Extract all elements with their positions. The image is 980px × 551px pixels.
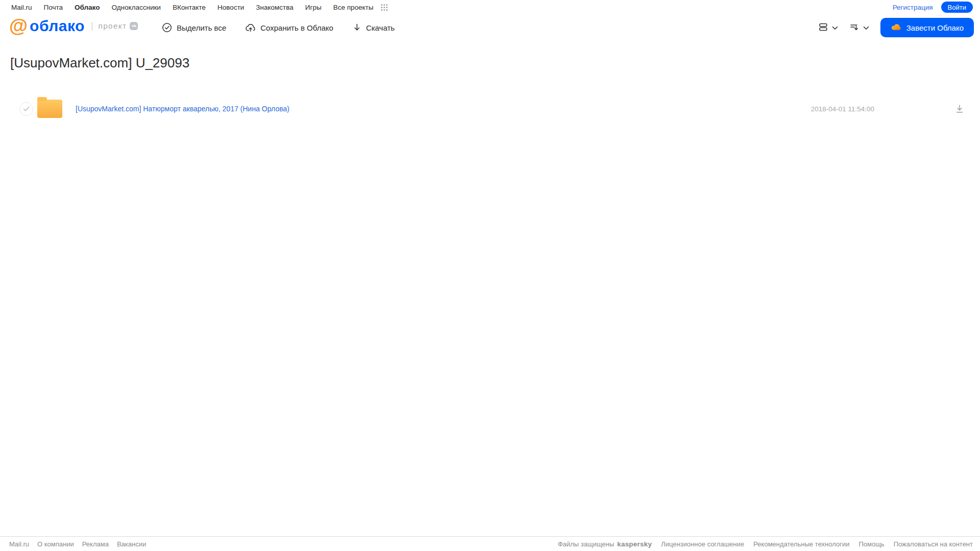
files-protected-label: Файлы защищены (558, 540, 614, 548)
login-button[interactable]: Войти (941, 2, 973, 13)
download-arrow-icon (352, 23, 362, 32)
topbar-auth: Регистрация Войти (893, 2, 973, 13)
registration-link[interactable]: Регистрация (893, 4, 933, 11)
footer-left-links: Mail.ru О компании Реклама Вакансии (9, 540, 146, 548)
topbar-link-odnoklassniki[interactable]: Одноклассники (111, 4, 160, 11)
footer-link-recommendations[interactable]: Рекомендательные технологии (753, 540, 849, 548)
kaspersky-protection: Файлы защищены kaspersky (558, 540, 652, 548)
logo-divider: | (91, 20, 93, 31)
check-icon (23, 106, 30, 112)
file-row[interactable]: [UsupovMarket.com] Натюрморт акварелью, … (0, 97, 980, 121)
footer: Mail.ru О компании Реклама Вакансии Файл… (0, 536, 980, 551)
sort-button[interactable] (849, 22, 869, 34)
logo-project-label: проект (99, 21, 127, 30)
app-header: @ облако | проект vk Выделить все (0, 14, 980, 41)
select-all-button[interactable]: Выделить все (162, 22, 226, 33)
select-all-label: Выделить все (177, 23, 226, 32)
view-mode-button[interactable] (818, 22, 838, 34)
topbar-link-vkontakte[interactable]: ВКонтакте (173, 4, 206, 11)
cloud-public-page: Mail.ru Почта Облако Одноклассники ВКонт… (0, 0, 980, 551)
topbar-link-mailru[interactable]: Mail.ru (11, 4, 32, 11)
apps-grid-icon[interactable] (381, 4, 388, 11)
get-cloud-button[interactable]: Завести Облако (880, 18, 974, 37)
footer-link-license[interactable]: Лицензионное соглашение (661, 540, 744, 548)
orange-cloud-icon (891, 22, 902, 33)
topbar-nav: Mail.ru Почта Облако Одноклассники ВКонт… (11, 4, 388, 11)
download-label: Скачать (366, 23, 395, 32)
list-view-icon (818, 22, 828, 34)
topbar-link-znakomstva[interactable]: Знакомства (256, 4, 293, 11)
footer-link-mailru[interactable]: Mail.ru (9, 540, 29, 548)
row-download-button[interactable] (954, 104, 965, 114)
footer-right-links: Файлы защищены kaspersky Лицензионное со… (558, 540, 973, 548)
footer-link-about[interactable]: О компании (37, 540, 74, 548)
row-checkbox[interactable] (19, 102, 33, 116)
file-date: 2018-04-01 11:54:00 (811, 105, 874, 113)
download-underline-icon (954, 104, 965, 114)
page-title: [UsupovMarket.com] U_29093 (10, 55, 189, 71)
header-controls: Завести Облако (818, 14, 974, 41)
sort-icon (849, 22, 859, 34)
file-name-link[interactable]: [UsupovMarket.com] Натюрморт акварелью, … (76, 105, 290, 113)
kaspersky-logo[interactable]: kaspersky (617, 540, 652, 548)
topbar-link-all-projects[interactable]: Все проекты (333, 4, 373, 11)
topbar-link-pochta[interactable]: Почта (44, 4, 63, 11)
footer-link-help[interactable]: Помощь (858, 540, 884, 548)
chevron-down-icon (863, 24, 869, 32)
topbar-link-oblako[interactable]: Облако (75, 4, 100, 11)
mailru-at-icon: @ (9, 16, 27, 35)
vk-badge-icon: vk (130, 22, 138, 30)
footer-link-jobs[interactable]: Вакансии (117, 540, 146, 548)
chevron-down-icon (832, 24, 838, 32)
cloud-upload-icon (245, 22, 256, 33)
topbar-link-igry[interactable]: Игры (305, 4, 322, 11)
file-toolbar: Выделить все Сохранить в Облако (162, 14, 395, 41)
get-cloud-label: Завести Облако (906, 23, 964, 32)
save-to-cloud-label: Сохранить в Облако (260, 23, 333, 32)
logo-text: облако (30, 17, 85, 35)
check-circle-icon (162, 22, 172, 33)
topbar-link-novosti[interactable]: Новости (218, 4, 244, 11)
folder-icon (37, 100, 62, 118)
topbar: Mail.ru Почта Облако Одноклассники ВКонт… (0, 0, 980, 14)
cloud-logo[interactable]: @ облако | проект vk (9, 16, 138, 35)
download-button[interactable]: Скачать (352, 23, 395, 32)
footer-link-ads[interactable]: Реклама (82, 540, 109, 548)
footer-link-report[interactable]: Пожаловаться на контент (894, 540, 973, 548)
save-to-cloud-button[interactable]: Сохранить в Облако (245, 22, 333, 33)
